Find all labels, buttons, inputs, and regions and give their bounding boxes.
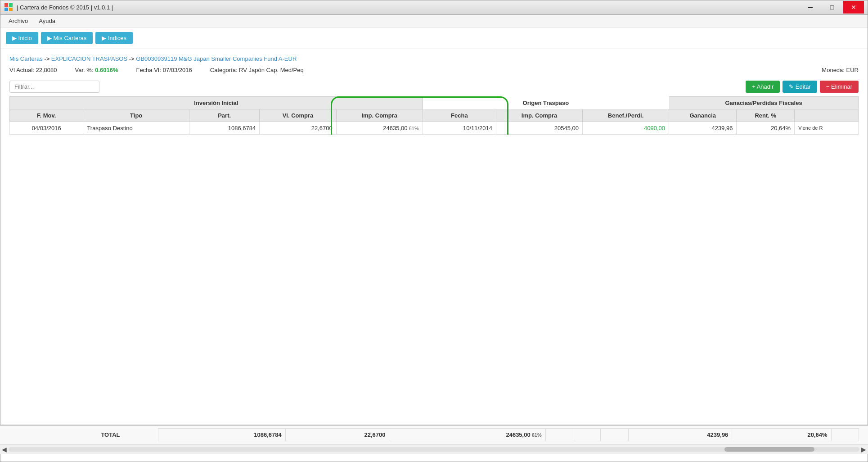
breadcrumb-mis-carteras[interactable]: Mis Carteras xyxy=(9,55,43,62)
col-imp-compra: Imp. Compra xyxy=(336,109,423,122)
table-group-header-row: Inversión Inicial Origen Traspaso Ganaci… xyxy=(10,96,859,109)
menu-ayuda[interactable]: Ayuda xyxy=(34,16,60,26)
svg-rect-1 xyxy=(9,3,13,7)
col-rent-pct: Rent. % xyxy=(737,109,795,122)
cell-f-mov: 04/03/2016 xyxy=(10,122,83,134)
col-origen-fecha: Fecha xyxy=(423,109,496,122)
minimize-button[interactable]: ─ xyxy=(800,1,821,14)
svg-rect-0 xyxy=(4,3,8,7)
maximize-button[interactable]: □ xyxy=(822,1,842,14)
cell-origen-imp-compra: 20545,00 xyxy=(496,122,583,134)
cell-part: 1086,6784 xyxy=(189,122,260,134)
scrollbar-track[interactable] xyxy=(9,447,859,452)
table-col-header-row: F. Mov. Tipo Part. VI. Compra Imp. Compr… xyxy=(10,109,859,122)
var-pct: Var. %: 0.6016% xyxy=(75,67,118,73)
total-row: TOTAL 1086,6784 22,6700 24635,00 61% 423… xyxy=(9,429,859,441)
cell-origen-benef: 4090,00 xyxy=(583,122,669,134)
mis-carteras-button[interactable]: ▶ Mis Carteras xyxy=(41,32,93,44)
add-button[interactable]: + Añadir xyxy=(746,81,780,93)
table-toolbar: + Añadir ✎ Editar − Eliminar xyxy=(9,81,859,93)
indices-button[interactable]: ▶ Indices xyxy=(95,32,133,44)
delete-button[interactable]: − Eliminar xyxy=(820,81,859,93)
app-icon xyxy=(4,3,13,12)
group-ganancias: Ganacias/Perdidas Fiscales xyxy=(669,96,859,109)
total-part: 1086,6784 xyxy=(158,429,285,441)
totals-table: TOTAL 1086,6784 22,6700 24635,00 61% 423… xyxy=(9,428,859,441)
inicio-button[interactable]: ▶ Inicio xyxy=(6,32,38,44)
breadcrumb-fund[interactable]: GB0030939119 M&G Japan Smaller Companies… xyxy=(136,55,297,62)
total-extra xyxy=(831,429,859,441)
menu-bar: Archivo Ayuda xyxy=(0,15,868,27)
filter-input[interactable] xyxy=(9,81,99,93)
svg-rect-2 xyxy=(4,8,8,11)
totals-bar: TOTAL 1086,6784 22,6700 24635,00 61% 423… xyxy=(0,425,868,444)
cell-vi-compra: 22,6700 xyxy=(260,122,336,134)
scrollbar-area: ◀ ▶ xyxy=(0,444,868,454)
cell-tipo: Traspaso Destino xyxy=(83,122,189,134)
main-content: Mis Carteras -> EXPLICACION TRASPASOS ->… xyxy=(0,49,868,462)
col-part: Part. xyxy=(189,109,260,122)
cell-ganancia: 4239,96 xyxy=(669,122,737,134)
total-spacer xyxy=(9,429,63,441)
col-tipo: Tipo xyxy=(83,109,189,122)
col-extra xyxy=(795,109,859,122)
group-origen-traspaso: Origen Traspaso xyxy=(423,96,669,109)
fund-info: VI Actual: 22,8080 Var. %: 0.6016% Fecha… xyxy=(9,67,859,73)
title-bar: | Cartera de Fondos © 2015 | v1.0.1 | ─ … xyxy=(0,0,868,15)
table-wrapper: Inversión Inicial Origen Traspaso Ganaci… xyxy=(9,96,859,135)
window-title: | Cartera de Fondos © 2015 | v1.0.1 | xyxy=(17,4,113,11)
total-label: TOTAL xyxy=(63,429,158,441)
total-origen-fecha xyxy=(545,429,573,441)
cell-imp-compra: 24635,00 61% xyxy=(336,122,423,134)
scroll-right-button[interactable]: ▶ xyxy=(859,446,868,453)
moneda: Moneda: EUR xyxy=(822,67,859,73)
data-table: Inversión Inicial Origen Traspaso Ganaci… xyxy=(9,96,859,135)
svg-rect-3 xyxy=(9,8,13,11)
col-vi-compra: VI. Compra xyxy=(260,109,336,122)
toolbar: ▶ Inicio ▶ Mis Carteras ▶ Indices xyxy=(0,27,868,49)
vi-actual: VI Actual: 22,8080 xyxy=(9,67,57,73)
action-buttons: + Añadir ✎ Editar − Eliminar xyxy=(746,81,859,93)
cell-rent-pct: 20,64% xyxy=(737,122,795,134)
scrollbar-thumb[interactable] xyxy=(724,447,814,452)
cell-extra: Viene de R xyxy=(795,122,859,134)
total-imp-compra: 24635,00 61% xyxy=(389,429,545,441)
total-vi-compra: 22,6700 xyxy=(285,429,389,441)
fecha-vi: Fecha VI: 07/03/2016 xyxy=(136,67,192,73)
breadcrumb-sep2: -> xyxy=(129,55,135,62)
group-inversion-inicial: Inversión Inicial xyxy=(10,96,423,109)
edit-button[interactable]: ✎ Editar xyxy=(783,81,817,93)
table-section: + Añadir ✎ Editar − Eliminar Inversión I… xyxy=(9,81,859,455)
scroll-left-button[interactable]: ◀ xyxy=(0,446,9,453)
categoria: Categoría: RV Japón Cap. Med/Peq xyxy=(210,67,304,73)
col-f-mov: F. Mov. xyxy=(10,109,83,122)
close-button[interactable]: ✕ xyxy=(843,1,864,14)
breadcrumb: Mis Carteras -> EXPLICACION TRASPASOS ->… xyxy=(9,55,859,62)
breadcrumb-sep1: -> xyxy=(44,55,49,62)
breadcrumb-explicacion[interactable]: EXPLICACION TRASPASOS xyxy=(51,55,127,62)
col-origen-benef: Benef./Perdi. xyxy=(583,109,669,122)
cell-origen-fecha: 10/11/2014 xyxy=(423,122,496,134)
col-ganancia: Ganancia xyxy=(669,109,737,122)
total-origen-imp xyxy=(573,429,601,441)
total-ganancia: 4239,96 xyxy=(628,429,732,441)
menu-archivo[interactable]: Archivo xyxy=(4,16,32,26)
total-origen-benef xyxy=(601,429,628,441)
table-row: 04/03/2016 Traspaso Destino 1086,6784 22… xyxy=(10,122,859,134)
col-origen-imp-compra: Imp. Compra xyxy=(496,109,583,122)
total-rent: 20,64% xyxy=(732,429,831,441)
